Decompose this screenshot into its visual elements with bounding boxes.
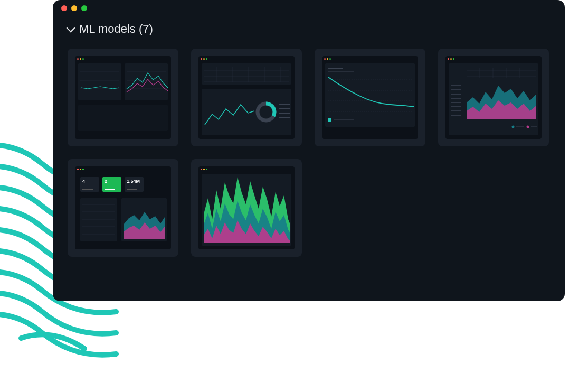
svg-rect-25 bbox=[325, 63, 415, 127]
svg-point-51 bbox=[527, 126, 529, 128]
svg-rect-18 bbox=[202, 89, 291, 135]
svg-point-49 bbox=[512, 126, 515, 128]
svg-rect-8 bbox=[78, 105, 168, 131]
dashboard-card-3[interactable] bbox=[315, 49, 425, 146]
chart-thumbnail-3 bbox=[322, 56, 418, 139]
chevron-down-icon bbox=[67, 24, 75, 33]
chart-thumbnail-5 bbox=[75, 166, 171, 249]
dashboard-card-5[interactable]: 4 2 1.54M bbox=[68, 159, 178, 257]
dashboard-card-4[interactable] bbox=[438, 49, 549, 146]
dashboard-card-6[interactable] bbox=[191, 159, 302, 257]
close-window-button[interactable] bbox=[61, 5, 67, 11]
chart-thumbnail-4 bbox=[445, 56, 542, 139]
chart-thumbnail-1 bbox=[75, 56, 171, 139]
maximize-window-button[interactable] bbox=[81, 5, 87, 11]
chart-thumbnail-6 bbox=[198, 166, 295, 249]
svg-rect-53 bbox=[80, 198, 117, 241]
chart-thumbnail-2 bbox=[198, 56, 295, 139]
dashboard-card-2[interactable] bbox=[191, 49, 302, 146]
svg-rect-32 bbox=[328, 118, 331, 122]
section-toggle[interactable]: ML models (7) bbox=[68, 22, 550, 36]
svg-rect-0 bbox=[78, 63, 121, 100]
dashboard-card-1[interactable] bbox=[68, 49, 178, 146]
app-window: ML models (7) bbox=[53, 0, 565, 301]
minimize-window-button[interactable] bbox=[71, 5, 77, 11]
section-title: ML models (7) bbox=[79, 22, 153, 36]
dashboard-grid: 4 2 1.54M bbox=[68, 49, 550, 257]
window-titlebar bbox=[53, 0, 565, 16]
